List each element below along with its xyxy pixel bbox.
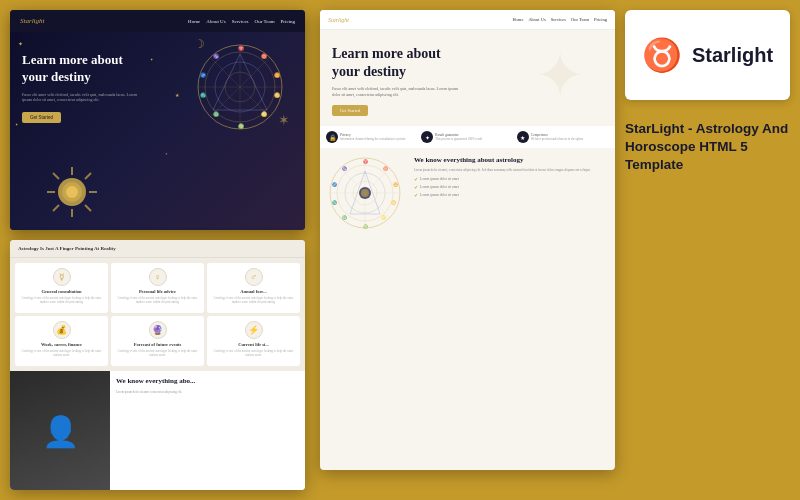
svg-line-26 (85, 173, 91, 179)
star-deco-4: ✦ (15, 122, 18, 127)
section-title: Astrology Is Just A Finger Pointing At R… (10, 240, 305, 258)
dark-nav-home[interactable]: Home (188, 19, 200, 24)
svg-text:♉: ♉ (261, 53, 268, 60)
star-deco-5: ✦ (165, 152, 168, 156)
light-about-body: Lorem ipsum dolor sit amet, consectetur … (414, 168, 607, 173)
dark-hero-button[interactable]: Get Started (22, 112, 61, 123)
card-annual-title: Annual fore... (211, 289, 296, 294)
check-icon-2: ✔ (414, 184, 418, 190)
card-finance-title: Work, career, finance (19, 342, 104, 347)
card-personal: ♀ Personal life advice Astrology is one … (111, 263, 204, 313)
light-preview: Starlight Home About Us Services Our Tea… (320, 10, 615, 470)
light-about-heading: We know everything about astrology (414, 156, 607, 164)
card-annual-icon: ♂ (245, 268, 263, 286)
star-deco-1: ✦ (18, 40, 23, 47)
svg-text:♋: ♋ (391, 200, 396, 205)
card-current-title: Current life si... (211, 342, 296, 347)
card-finance-icon: 💰 (53, 321, 71, 339)
check-item-1: ✔ Lorem ipsum dolor sit amet (414, 176, 607, 182)
privacy-icon: 🔒 (326, 131, 338, 143)
dark-nav-about[interactable]: About Us (206, 19, 225, 24)
svg-line-24 (53, 173, 59, 179)
svg-text:♍: ♍ (363, 224, 368, 229)
star-deco-2: ✦ (150, 57, 153, 62)
bottom-left-preview: Astrology Is Just A Finger Pointing At R… (10, 240, 305, 490)
card-current: ⚡ Current life si... Astrology is one of… (207, 316, 300, 366)
card-current-desc: Astrology is one of the ancient astrolog… (211, 349, 296, 357)
svg-text:♎: ♎ (342, 215, 347, 220)
check-label-3: Lorem ipsum dolor sit amet (420, 193, 459, 197)
card-general: ☿ General consultation Astrology is one … (15, 263, 108, 313)
svg-text:♊: ♊ (274, 72, 281, 79)
card-personal-desc: Astrology is one of the ancient astrolog… (115, 296, 200, 304)
light-hero-button[interactable]: Get Started (332, 105, 368, 116)
trust-guarantee: ✦ Result guaranteeThis process is guaran… (421, 131, 513, 143)
star-deco-3: ★ (175, 92, 179, 98)
card-personal-title: Personal life advice (115, 289, 200, 294)
card-future-title: Forecast of future events (115, 342, 200, 347)
svg-line-27 (53, 205, 59, 211)
card-future-icon: 🔮 (149, 321, 167, 339)
title-card: StarLight - Astrology And Horoscope HTML… (625, 115, 790, 180)
light-hero: Learn more aboutyour destiny Fusce elit … (320, 30, 615, 126)
competence-icon: ★ (517, 131, 529, 143)
light-about-section: ♈ ♉ ♊ ♋ ♌ ♍ ♎ ♏ ♐ ♑ We know everything a… (320, 148, 615, 243)
card-general-title: General consultation (19, 289, 104, 294)
light-nav-services[interactable]: Services (551, 17, 566, 22)
dark-nav-services[interactable]: Services (232, 19, 249, 24)
check-label-1: Lorem ipsum dolor sit amet (420, 177, 459, 181)
svg-text:♊: ♊ (393, 182, 398, 187)
card-future: 🔮 Forecast of future events Astrology is… (111, 316, 204, 366)
dark-preview: Starlight Home About Us Services Our Tea… (10, 10, 305, 230)
check-icon-3: ✔ (414, 192, 418, 198)
svg-point-49 (361, 189, 369, 197)
svg-text:♎: ♎ (213, 111, 220, 118)
card-general-desc: Astrology is one of the ancient astrolog… (19, 296, 104, 304)
light-about-text: We know everything about astrology Lorem… (414, 156, 607, 235)
card-general-icon: ☿ (53, 268, 71, 286)
svg-text:♋: ♋ (274, 92, 281, 99)
title-line2: Horoscope HTML 5 Template (625, 139, 748, 172)
card-current-icon: ⚡ (245, 321, 263, 339)
dark-nav-links: Home About Us Services Our Team Pricing (188, 19, 295, 24)
check-item-3: ✔ Lorem ipsum dolor sit amet (414, 192, 607, 198)
light-nav-team[interactable]: Our Team (571, 17, 589, 22)
zodiac-wheel-dark: ♈ ♉ ♊ ♋ ♌ ♍ ♎ ♏ ♐ ♑ (195, 42, 285, 132)
trust-competence-text: CompetenceWe have professionals that are… (531, 133, 584, 142)
person-icon: 👤 (42, 414, 79, 449)
svg-text:♏: ♏ (332, 200, 337, 205)
svg-text:♌: ♌ (261, 111, 268, 118)
svg-text:♈: ♈ (363, 159, 368, 164)
card-finance-desc: Astrology is one of the ancient astrolog… (19, 349, 104, 357)
dark-hero-heading: Learn more aboutyour destiny (22, 52, 142, 86)
dark-navbar: Starlight Home About Us Services Our Tea… (10, 10, 305, 32)
light-nav-about[interactable]: About Us (528, 17, 545, 22)
svg-text:♏: ♏ (200, 92, 207, 99)
product-title: StarLight - Astrology And Horoscope HTML… (625, 120, 790, 175)
svg-text:♉: ♉ (383, 166, 388, 171)
svg-text:♐: ♐ (200, 72, 207, 79)
card-annual: ♂ Annual fore... Astrology is one of the… (207, 263, 300, 313)
light-navbar: Starlight Home About Us Services Our Tea… (320, 10, 615, 30)
card-personal-icon: ♀ (149, 268, 167, 286)
light-nav-home[interactable]: Home (512, 17, 523, 22)
title-line1: StarLight - Astrology And (625, 121, 788, 136)
check-item-2: ✔ Lorem ipsum dolor sit amet (414, 184, 607, 190)
svg-text:♑: ♑ (342, 166, 347, 171)
about-photo-inner: 👤 (10, 371, 110, 490)
svg-line-25 (85, 205, 91, 211)
about-zodiac-wheel: ♈ ♉ ♊ ♋ ♌ ♍ ♎ ♏ ♐ ♑ (328, 156, 408, 235)
dark-hero-body: Fusce elit amet velit eleifend, iaculis … (22, 92, 142, 103)
light-nav-pricing[interactable]: Pricing (594, 17, 607, 22)
about-photo: 👤 (10, 371, 110, 490)
brand-name: Starlight (692, 44, 773, 67)
light-logo: Starlight (328, 17, 349, 23)
moon-deco: ☽ (194, 37, 205, 52)
feature-cards-grid: ☿ General consultation Astrology is one … (10, 258, 305, 371)
dark-nav-team[interactable]: Our Team (255, 19, 275, 24)
star-of-david-deco: ✶ (278, 112, 290, 129)
dark-nav-pricing[interactable]: Pricing (281, 19, 295, 24)
card-annual-desc: Astrology is one of the ancient astrolog… (211, 296, 296, 304)
card-finance: 💰 Work, career, finance Astrology is one… (15, 316, 108, 366)
svg-text:♌: ♌ (381, 215, 386, 220)
